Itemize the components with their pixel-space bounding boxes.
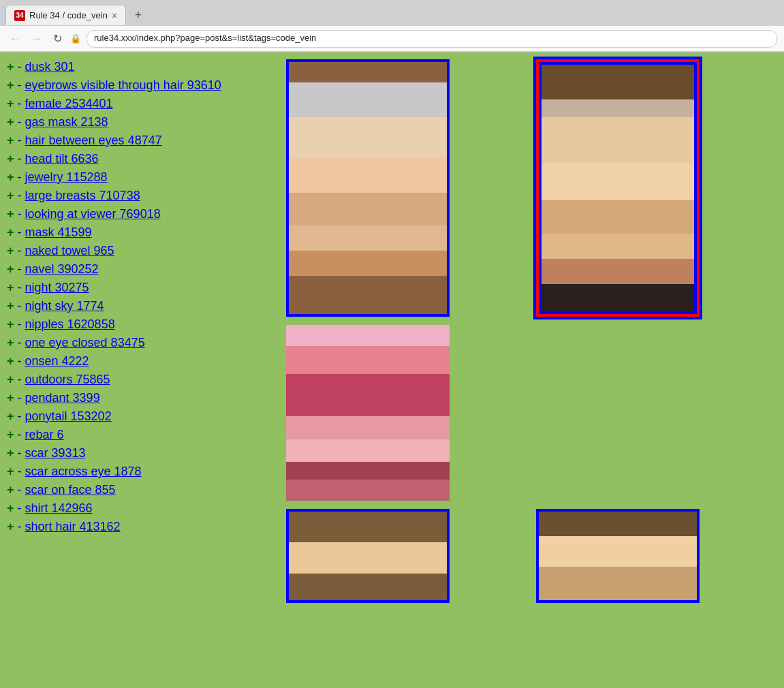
image-cell-3[interactable]: [286, 325, 528, 501]
page-content: + - dusk 301 + - eyebrows visible throug…: [0, 52, 784, 688]
plus-icon[interactable]: +: [7, 207, 14, 221]
minus-icon[interactable]: -: [18, 483, 25, 497]
minus-icon[interactable]: -: [18, 78, 25, 92]
plus-icon[interactable]: +: [7, 446, 14, 460]
minus-icon[interactable]: -: [18, 373, 25, 386]
sidebar-item-onsen: + - onsen 4222: [7, 352, 272, 371]
plus-icon[interactable]: +: [7, 60, 14, 74]
plus-icon[interactable]: +: [7, 134, 14, 147]
minus-icon[interactable]: -: [18, 501, 25, 515]
sidebar-item-looking-at-viewer: + - looking at viewer 769018: [7, 205, 272, 223]
forward-button[interactable]: →: [29, 31, 45, 46]
plus-icon[interactable]: +: [7, 299, 14, 313]
thumbnail-6[interactable]: [536, 509, 700, 603]
tag-link-outdoors[interactable]: outdoors 75865: [25, 373, 110, 386]
plus-icon[interactable]: +: [7, 78, 14, 92]
image-cell-1[interactable]: [286, 59, 528, 317]
tab-close-button[interactable]: ×: [112, 10, 117, 21]
tag-link-looking-at-viewer[interactable]: looking at viewer 769018: [25, 207, 161, 221]
tag-link-gas-mask[interactable]: gas mask 2138: [25, 115, 108, 129]
tag-link-scar-across-eye[interactable]: scar across eye 1878: [25, 465, 142, 478]
thumbnail-3[interactable]: [286, 325, 450, 501]
tag-link-ponytail[interactable]: ponytail 153202: [25, 409, 112, 423]
new-tab-button[interactable]: +: [129, 5, 148, 25]
tag-link-eyebrows-visible[interactable]: eyebrows visible through hair 93610: [25, 78, 221, 92]
plus-icon[interactable]: +: [7, 115, 14, 129]
minus-icon[interactable]: -: [18, 97, 25, 110]
plus-icon[interactable]: +: [7, 225, 14, 239]
plus-icon[interactable]: +: [7, 465, 14, 478]
tag-link-short-hair[interactable]: short hair 413162: [25, 520, 121, 533]
minus-icon[interactable]: -: [18, 428, 25, 441]
tag-link-hair-between-eyes[interactable]: hair between eyes 48747: [25, 134, 162, 147]
tag-link-rebar[interactable]: rebar 6: [25, 428, 64, 441]
plus-icon[interactable]: +: [7, 501, 14, 515]
active-tab[interactable]: 34 Rule 34 / code_vein ×: [5, 5, 126, 25]
plus-icon[interactable]: +: [7, 373, 14, 386]
tag-link-night[interactable]: night 30275: [25, 281, 89, 294]
plus-icon[interactable]: +: [7, 170, 14, 184]
plus-icon[interactable]: +: [7, 262, 14, 276]
back-button[interactable]: ←: [7, 31, 23, 46]
tag-link-jewelry[interactable]: jewelry 115288: [25, 170, 108, 184]
minus-icon[interactable]: -: [18, 299, 25, 313]
plus-icon[interactable]: +: [7, 391, 14, 405]
tag-link-naked-towel[interactable]: naked towel 965: [25, 244, 114, 257]
minus-icon[interactable]: -: [18, 520, 25, 533]
minus-icon[interactable]: -: [18, 115, 25, 129]
minus-icon[interactable]: -: [18, 336, 25, 349]
tag-link-large-breasts[interactable]: large breasts 710738: [25, 189, 140, 202]
tag-link-shirt[interactable]: shirt 142966: [25, 501, 93, 515]
plus-icon[interactable]: +: [7, 317, 14, 331]
plus-icon[interactable]: +: [7, 244, 14, 257]
plus-icon[interactable]: +: [7, 520, 14, 533]
minus-icon[interactable]: -: [18, 189, 25, 202]
plus-icon[interactable]: +: [7, 409, 14, 423]
plus-icon[interactable]: +: [7, 97, 14, 110]
tag-link-navel[interactable]: navel 390252: [25, 262, 99, 276]
plus-icon[interactable]: +: [7, 189, 14, 202]
tag-link-one-eye-closed[interactable]: one eye closed 83475: [25, 336, 145, 349]
refresh-button[interactable]: ↻: [50, 31, 65, 46]
plus-icon[interactable]: +: [7, 281, 14, 294]
thumbnail-2[interactable]: [536, 59, 700, 317]
tag-link-scar[interactable]: scar 39313: [25, 446, 86, 460]
minus-icon[interactable]: -: [18, 391, 25, 405]
plus-icon[interactable]: +: [7, 354, 14, 368]
minus-icon[interactable]: -: [18, 317, 25, 331]
tag-link-onsen[interactable]: onsen 4222: [25, 354, 89, 368]
minus-icon[interactable]: -: [18, 354, 25, 368]
minus-icon[interactable]: -: [18, 446, 25, 460]
minus-icon[interactable]: -: [18, 281, 25, 294]
plus-icon[interactable]: +: [7, 152, 14, 166]
tag-link-nipples[interactable]: nipples 1620858: [25, 317, 115, 331]
minus-icon[interactable]: -: [18, 225, 25, 239]
minus-icon[interactable]: -: [18, 134, 25, 147]
tag-link-female[interactable]: female 2534401: [25, 97, 113, 110]
tag-link-night-sky[interactable]: night sky 1774: [25, 299, 104, 313]
tag-link-scar-on-face[interactable]: scar on face 855: [25, 483, 116, 497]
image-cell-6[interactable]: [536, 509, 778, 603]
minus-icon[interactable]: -: [18, 244, 25, 257]
thumbnail-5[interactable]: [286, 509, 450, 603]
minus-icon[interactable]: -: [18, 207, 25, 221]
image-cell-5[interactable]: [286, 509, 528, 603]
minus-icon[interactable]: -: [18, 465, 25, 478]
minus-icon[interactable]: -: [18, 152, 25, 166]
image-cell-2[interactable]: [536, 59, 778, 317]
thumbnail-4[interactable]: [536, 325, 700, 501]
plus-icon[interactable]: +: [7, 483, 14, 497]
minus-icon[interactable]: -: [18, 262, 25, 276]
thumbnail-1[interactable]: [286, 59, 450, 317]
tag-link-pendant[interactable]: pendant 3399: [25, 391, 100, 405]
minus-icon[interactable]: -: [18, 170, 25, 184]
plus-icon[interactable]: +: [7, 428, 14, 441]
tag-link-dusk[interactable]: dusk 301: [25, 60, 75, 74]
image-cell-4[interactable]: [536, 325, 778, 501]
plus-icon[interactable]: +: [7, 336, 14, 349]
minus-icon[interactable]: -: [18, 60, 25, 74]
url-bar[interactable]: rule34.xxx/index.php?page=post&s=list&ta…: [87, 30, 777, 48]
minus-icon[interactable]: -: [18, 409, 25, 423]
tag-link-mask[interactable]: mask 41599: [25, 225, 92, 239]
tag-link-head-tilt[interactable]: head tilt 6636: [25, 152, 99, 166]
